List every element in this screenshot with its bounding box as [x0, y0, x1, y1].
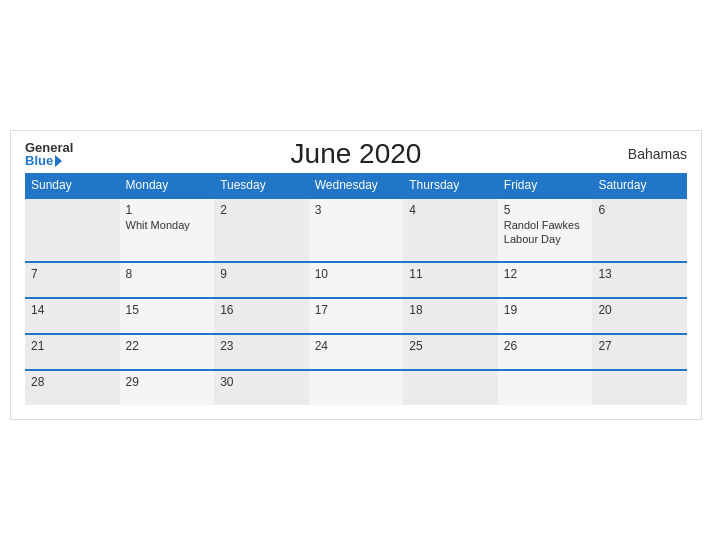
col-monday: Monday	[120, 173, 215, 198]
calendar-cell: 5Randol FawkesLabour Day	[498, 198, 593, 262]
day-number: 3	[315, 203, 398, 217]
calendar-cell: 25	[403, 334, 498, 370]
calendar-week-2: 78910111213	[25, 262, 687, 298]
day-number: 2	[220, 203, 303, 217]
day-number: 4	[409, 203, 492, 217]
calendar-cell: 29	[120, 370, 215, 405]
calendar-title: June 2020	[291, 138, 422, 170]
day-number: 23	[220, 339, 303, 353]
day-number: 17	[315, 303, 398, 317]
calendar-cell: 3	[309, 198, 404, 262]
day-number: 28	[31, 375, 114, 389]
calendar-cell: 7	[25, 262, 120, 298]
logo-triangle-icon	[55, 155, 62, 167]
calendar-header: General Blue June 2020 Bahamas	[25, 141, 687, 167]
day-number: 25	[409, 339, 492, 353]
day-number: 26	[504, 339, 587, 353]
day-number: 24	[315, 339, 398, 353]
calendar-cell	[403, 370, 498, 405]
day-number: 19	[504, 303, 587, 317]
calendar-cell: 24	[309, 334, 404, 370]
calendar-header-row: Sunday Monday Tuesday Wednesday Thursday…	[25, 173, 687, 198]
day-number: 21	[31, 339, 114, 353]
col-sunday: Sunday	[25, 173, 120, 198]
calendar-cell: 15	[120, 298, 215, 334]
day-number: 10	[315, 267, 398, 281]
calendar-cell: 4	[403, 198, 498, 262]
day-number: 29	[126, 375, 209, 389]
calendar-cell: 9	[214, 262, 309, 298]
day-number: 9	[220, 267, 303, 281]
calendar-cell	[25, 198, 120, 262]
day-number: 1	[126, 203, 209, 217]
calendar-cell: 1Whit Monday	[120, 198, 215, 262]
logo-blue-text: Blue	[25, 154, 73, 167]
calendar-cell: 8	[120, 262, 215, 298]
day-number: 11	[409, 267, 492, 281]
calendar-week-5: 282930	[25, 370, 687, 405]
col-tuesday: Tuesday	[214, 173, 309, 198]
calendar-cell: 10	[309, 262, 404, 298]
day-number: 13	[598, 267, 681, 281]
calendar-cell: 17	[309, 298, 404, 334]
calendar-cell: 12	[498, 262, 593, 298]
day-number: 7	[31, 267, 114, 281]
day-number: 15	[126, 303, 209, 317]
day-number: 27	[598, 339, 681, 353]
day-number: 22	[126, 339, 209, 353]
calendar-cell: 19	[498, 298, 593, 334]
calendar-cell: 23	[214, 334, 309, 370]
calendar-cell: 30	[214, 370, 309, 405]
day-number: 12	[504, 267, 587, 281]
col-thursday: Thursday	[403, 173, 498, 198]
calendar-cell	[498, 370, 593, 405]
calendar-cell: 18	[403, 298, 498, 334]
calendar-cell: 21	[25, 334, 120, 370]
day-number: 18	[409, 303, 492, 317]
calendar-cell: 11	[403, 262, 498, 298]
calendar-cell: 20	[592, 298, 687, 334]
calendar-event: Whit Monday	[126, 219, 209, 231]
calendar-cell: 22	[120, 334, 215, 370]
day-number: 30	[220, 375, 303, 389]
day-number: 14	[31, 303, 114, 317]
calendar-grid: Sunday Monday Tuesday Wednesday Thursday…	[25, 173, 687, 405]
calendar-event: Labour Day	[504, 233, 587, 245]
calendar-week-4: 21222324252627	[25, 334, 687, 370]
calendar-cell: 6	[592, 198, 687, 262]
calendar-cell: 28	[25, 370, 120, 405]
col-friday: Friday	[498, 173, 593, 198]
calendar-week-3: 14151617181920	[25, 298, 687, 334]
calendar-event: Randol Fawkes	[504, 219, 587, 231]
calendar-cell: 16	[214, 298, 309, 334]
calendar-week-1: 1Whit Monday2345Randol FawkesLabour Day6	[25, 198, 687, 262]
day-number: 5	[504, 203, 587, 217]
logo: General Blue	[25, 141, 73, 167]
calendar-cell: 14	[25, 298, 120, 334]
col-saturday: Saturday	[592, 173, 687, 198]
calendar-cell	[592, 370, 687, 405]
calendar-country: Bahamas	[628, 146, 687, 162]
day-number: 16	[220, 303, 303, 317]
col-wednesday: Wednesday	[309, 173, 404, 198]
calendar-cell: 26	[498, 334, 593, 370]
calendar-cell: 27	[592, 334, 687, 370]
day-number: 6	[598, 203, 681, 217]
calendar-cell: 2	[214, 198, 309, 262]
calendar-cell: 13	[592, 262, 687, 298]
day-number: 8	[126, 267, 209, 281]
calendar: General Blue June 2020 Bahamas Sunday Mo…	[10, 130, 702, 420]
day-number: 20	[598, 303, 681, 317]
calendar-cell	[309, 370, 404, 405]
